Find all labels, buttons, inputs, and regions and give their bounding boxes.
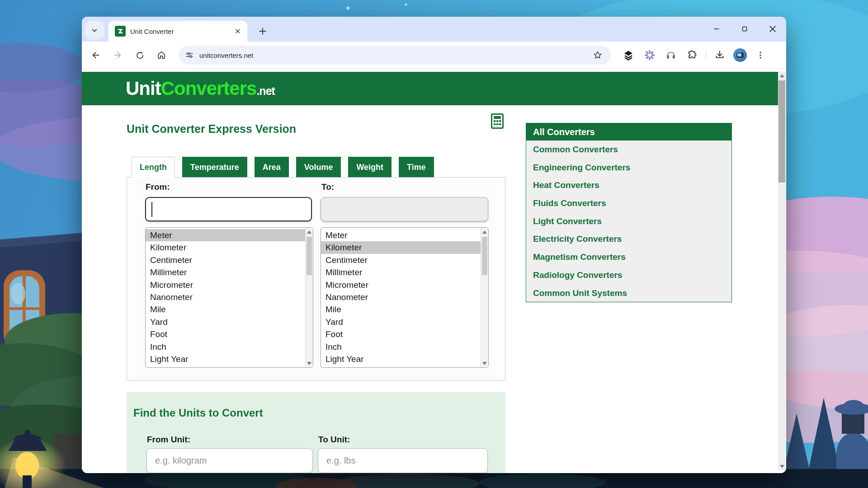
category-tab-weight[interactable]: Weight [348, 157, 392, 177]
unit-option-to-meter[interactable]: Meter [321, 229, 481, 241]
unit-option-to-nanometer[interactable]: Nanometer [321, 291, 481, 303]
from-value-input[interactable] [145, 197, 312, 221]
logo-part-converters: Converters [161, 78, 257, 99]
category-tabs: LengthTemperatureAreaVolumeWeightTime [132, 157, 434, 178]
profile-avatar[interactable] [733, 48, 747, 62]
address-bar[interactable]: unitconverters.net [179, 46, 611, 65]
to-label: To: [321, 182, 334, 192]
sidebar-title: All Converters [526, 123, 731, 141]
tab-close-button[interactable] [233, 26, 243, 36]
sidebar-link-radiology-converters[interactable]: Radiology Converters [526, 266, 731, 284]
browser-menu-button[interactable] [753, 47, 768, 63]
toolbar-divider [706, 50, 706, 60]
sidebar-link-magnetism-converters[interactable]: Magnetism Converters [526, 248, 731, 266]
unit-option-to-light-year[interactable]: Light Year [321, 353, 481, 365]
scroll-up-icon[interactable] [481, 228, 488, 235]
maximize-icon [741, 25, 749, 33]
from-unit-label: From Unit: [147, 435, 190, 445]
unit-option-from-millimeter[interactable]: Millimeter [146, 266, 305, 278]
category-tab-length[interactable]: Length [132, 157, 175, 178]
category-tab-temperature[interactable]: Temperature [182, 157, 247, 177]
from-unit-input[interactable] [146, 448, 313, 473]
tab-strip: Unit Converter [82, 17, 786, 42]
unit-option-to-inch[interactable]: Inch [321, 341, 481, 353]
scrollbar-thumb[interactable] [307, 237, 312, 275]
unit-option-from-nanometer[interactable]: Nanometer [146, 291, 305, 303]
to-value-output[interactable] [321, 197, 488, 221]
unit-option-from-mile[interactable]: Mile [146, 303, 305, 315]
unit-option-from-inch[interactable]: Inch [146, 341, 305, 353]
unit-option-to-centimeter[interactable]: Centimeter [321, 254, 481, 266]
sidebar-link-common-converters[interactable]: Common Converters [526, 141, 731, 159]
unit-option-from-micrometer[interactable]: Micrometer [146, 279, 305, 291]
unit-option-from-centimeter[interactable]: Centimeter [146, 254, 305, 266]
forward-button[interactable] [108, 46, 127, 65]
page-title: Unit Converter Express Version [127, 122, 296, 136]
unit-option-to-yard[interactable]: Yard [321, 316, 481, 328]
tab-search-button[interactable] [85, 21, 104, 40]
unit-list-to[interactable]: MeterKilometerCentimeterMillimeterMicrom… [321, 227, 489, 368]
downloads-button[interactable] [712, 47, 727, 63]
category-tab-volume[interactable]: Volume [296, 157, 341, 177]
to-unit-input[interactable] [318, 448, 488, 473]
minimize-button[interactable] [710, 23, 723, 35]
close-window-button[interactable] [766, 23, 779, 35]
scrollbar-thumb[interactable] [482, 237, 487, 275]
kebab-menu-icon [756, 51, 765, 60]
tab-title: Unit Converter [130, 28, 233, 35]
spinner-extension-button[interactable] [642, 47, 657, 63]
back-button[interactable] [86, 46, 105, 65]
scroll-up-icon[interactable] [306, 228, 313, 235]
page-scrollbar[interactable] [778, 71, 786, 470]
scroll-up-icon[interactable] [778, 72, 786, 79]
reading-list-extension-button[interactable] [621, 47, 636, 63]
unit-list-from[interactable]: MeterKilometerCentimeterMillimeterMicrom… [145, 227, 313, 368]
sidebar-list: Common ConvertersEngineering ConvertersH… [526, 141, 731, 302]
converter-panel: From: To: MeterKilometerCentimeterMillim… [127, 177, 505, 380]
unit-option-to-kilometer[interactable]: Kilometer [321, 241, 481, 253]
headphones-icon [665, 50, 676, 61]
scroll-down-icon[interactable] [306, 360, 313, 367]
plus-icon [258, 27, 267, 36]
window-controls [710, 23, 779, 35]
site-logo[interactable]: UnitConverters.net [126, 72, 275, 105]
site-settings-icon [185, 51, 194, 60]
reload-button[interactable] [130, 46, 149, 65]
unit-option-from-foot[interactable]: Foot [146, 328, 305, 340]
sidebar-link-fluids-converters[interactable]: Fluids Converters [526, 194, 731, 212]
sidebar-link-light-converters[interactable]: Light Converters [526, 212, 731, 230]
browser-tab[interactable]: Unit Converter [108, 21, 247, 42]
sidebar-link-heat-converters[interactable]: Heat Converters [526, 176, 731, 194]
site-header: UnitConverters.net [82, 72, 778, 105]
puzzle-icon [687, 50, 698, 61]
unit-finder-title: Find the Units to Convert [133, 407, 263, 419]
maximize-button[interactable] [738, 23, 751, 35]
unit-option-from-yard[interactable]: Yard [146, 316, 305, 328]
sidebar-link-electricity-converters[interactable]: Electricity Converters [526, 230, 731, 248]
back-icon [91, 50, 101, 60]
home-button[interactable] [152, 46, 171, 65]
unit-list-from-scrollbar[interactable] [305, 228, 313, 367]
sidebar-link-engineering-converters[interactable]: Engineering Converters [526, 159, 731, 177]
unit-option-from-kilometer[interactable]: Kilometer [146, 241, 305, 253]
home-icon [156, 50, 166, 60]
headphones-extension-button[interactable] [663, 47, 679, 63]
unit-option-to-mile[interactable]: Mile [321, 303, 481, 315]
unit-option-from-light-year[interactable]: Light Year [146, 353, 305, 365]
new-tab-button[interactable] [255, 23, 270, 39]
forward-icon [113, 50, 123, 60]
scroll-down-icon[interactable] [778, 463, 786, 470]
scroll-down-icon[interactable] [481, 360, 488, 367]
unit-option-to-millimeter[interactable]: Millimeter [321, 266, 481, 278]
scrollbar-thumb[interactable] [778, 80, 785, 183]
unit-list-to-scrollbar[interactable] [481, 228, 488, 367]
unit-option-from-meter[interactable]: Meter [146, 229, 305, 241]
category-tab-time[interactable]: Time [399, 157, 434, 177]
sidebar-link-common-unit-systems[interactable]: Common Unit Systems [526, 284, 731, 302]
calculator-icon[interactable] [491, 113, 504, 129]
unit-option-to-micrometer[interactable]: Micrometer [321, 279, 481, 291]
unit-option-to-foot[interactable]: Foot [321, 328, 481, 340]
extensions-puzzle-button[interactable] [684, 47, 700, 63]
category-tab-area[interactable]: Area [255, 157, 289, 177]
bookmark-star-button[interactable] [590, 47, 605, 63]
